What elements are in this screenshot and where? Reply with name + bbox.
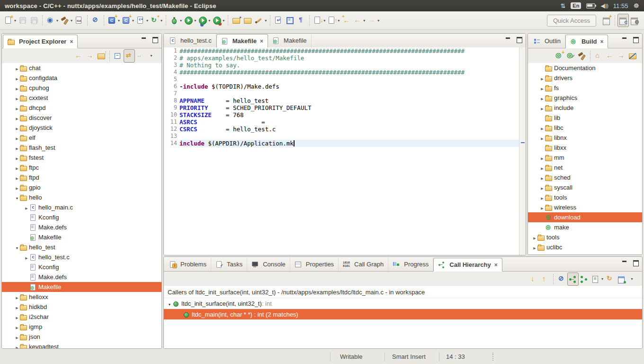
quick-access-button[interactable]: Quick Access <box>547 15 596 27</box>
expand-caret-icon[interactable] <box>167 300 172 307</box>
new-button[interactable] <box>3 14 17 27</box>
build-item-include[interactable]: include <box>528 103 642 113</box>
volume-icon[interactable]: ◀))) <box>600 3 608 9</box>
expand-caret-icon[interactable] <box>14 64 20 72</box>
expand-caret-icon[interactable] <box>14 303 20 310</box>
last-edit-button[interactable] <box>273 14 284 27</box>
edit-target-button[interactable] <box>565 49 576 63</box>
dropdown-caret-icon[interactable] <box>14 18 16 23</box>
show-whitespace-button[interactable] <box>295 14 307 27</box>
expand-caret-icon[interactable] <box>539 204 545 211</box>
binary-parser-button[interactable] <box>73 14 85 27</box>
explorer-item-chat[interactable]: chat <box>2 63 161 73</box>
home-button[interactable] <box>593 49 604 63</box>
expand-caret-icon[interactable] <box>532 234 537 241</box>
build-item-mm[interactable]: mm <box>528 153 642 163</box>
explorer-item-flash-test[interactable]: flash_test <box>2 143 161 153</box>
new-target-button[interactable] <box>554 49 565 63</box>
maximize-button[interactable] <box>632 260 640 266</box>
cancel-search-button[interactable] <box>556 273 567 286</box>
makefile-editor[interactable]: 1 ######################################… <box>164 47 526 255</box>
explorer-item-discover[interactable]: discover <box>2 113 161 123</box>
expand-caret-icon[interactable] <box>14 184 20 191</box>
back-button[interactable] <box>73 49 84 63</box>
build-target-button[interactable] <box>576 49 588 63</box>
explorer-item-hello-makefile[interactable]: Makefile <box>2 232 161 242</box>
tab-progress[interactable]: Progress <box>388 257 433 271</box>
explorer-item-hello-test-makefile[interactable]: Makefile <box>2 282 161 292</box>
network-indicator-icon[interactable]: ⇅ <box>560 2 565 9</box>
block-selection-button[interactable] <box>284 14 295 27</box>
explorer-item-hello-test-make-defs[interactable]: Make.defs <box>2 272 161 282</box>
dropdown-caret-icon[interactable] <box>223 18 224 23</box>
expand-caret-icon[interactable] <box>539 194 545 201</box>
code-line[interactable]: 14 include $(APPDIR)/Application.mk <box>164 140 526 147</box>
build-item-uclibc[interactable]: uclibc <box>528 242 642 252</box>
expand-caret-icon[interactable] <box>14 74 20 82</box>
build-item-documentation[interactable]: Documentation <box>528 63 642 73</box>
save-all-button[interactable] <box>28 14 40 27</box>
maximize-button[interactable] <box>152 36 159 43</box>
build-item-tools-root[interactable]: tools <box>528 232 642 242</box>
explorer-item-igmp[interactable]: igmp <box>2 322 161 332</box>
dropdown-caret-icon[interactable] <box>265 18 267 23</box>
expand-caret-icon[interactable] <box>14 174 20 181</box>
build-item-syscall[interactable]: syscall <box>528 182 642 192</box>
build-item-lib[interactable]: lib <box>528 113 642 123</box>
maximize-button[interactable] <box>516 36 523 43</box>
code-line[interactable]: 10 STACKSIZE = 768 <box>164 111 526 118</box>
expand-caret-icon[interactable] <box>539 74 545 82</box>
explorer-item-hello[interactable]: hello <box>2 192 161 202</box>
tab-makefile-selected[interactable]: Makefile <box>216 34 268 48</box>
forward-button[interactable] <box>616 49 627 63</box>
expand-caret-icon[interactable] <box>14 333 20 340</box>
expand-caret-icon[interactable] <box>14 343 20 348</box>
build-item-wireless[interactable]: wireless <box>528 202 642 212</box>
dropdown-caret-icon[interactable] <box>132 18 134 23</box>
view-menu-button[interactable] <box>627 273 638 286</box>
dropdown-caret-icon[interactable] <box>118 18 120 23</box>
minimize-button[interactable] <box>621 260 628 266</box>
expand-caret-icon[interactable] <box>532 244 537 251</box>
open-folder-button[interactable] <box>242 14 253 27</box>
overview-ruler[interactable] <box>519 47 526 255</box>
build-item-libxx[interactable]: libxx <box>528 143 642 153</box>
expand-caret-icon[interactable] <box>14 134 20 141</box>
view-menu-button[interactable] <box>146 49 158 63</box>
previous-annotation-button[interactable] <box>326 14 340 27</box>
new-c-file-button[interactable] <box>135 14 149 27</box>
session-gear-icon[interactable]: ☸ <box>633 2 639 9</box>
build-item-download[interactable]: download <box>528 212 642 222</box>
last-edit-location-button[interactable] <box>340 14 352 27</box>
tab-call-hierarchy[interactable]: Call Hierarchy <box>433 258 502 272</box>
close-icon[interactable] <box>600 38 603 45</box>
expand-caret-icon[interactable] <box>539 164 545 171</box>
next-annotation-button[interactable] <box>312 14 326 27</box>
dropdown-caret-icon[interactable] <box>56 18 58 23</box>
call-row-ltdc-init-surface[interactable]: ltdc_init_surface(int, uint32_t) : int <box>164 298 642 309</box>
expand-caret-icon[interactable] <box>539 174 545 181</box>
code-line[interactable]: 11 ASRCS = <box>164 118 526 126</box>
expand-caret-icon[interactable] <box>14 244 20 251</box>
explorer-item-i2schar[interactable]: i2schar <box>2 312 161 322</box>
tab-project-explorer[interactable]: Project Explorer <box>3 35 78 48</box>
explorer-item-cpuhog[interactable]: cpuhog <box>2 83 161 93</box>
explorer-item-djoystick[interactable]: djoystick <box>2 123 161 133</box>
expand-caret-icon[interactable] <box>14 164 20 171</box>
expand-caret-icon[interactable] <box>14 154 20 161</box>
build-item-sched[interactable]: sched <box>528 173 642 182</box>
layout-button[interactable] <box>590 273 604 286</box>
code-line[interactable]: 6 -include $(TOPDIR)/Make.defs <box>164 83 526 90</box>
caller-hierarchy-button[interactable] <box>567 273 579 286</box>
tab-problems[interactable]: Problems <box>165 257 211 271</box>
code-line[interactable]: 7 <box>164 90 526 97</box>
minimize-button[interactable] <box>621 36 628 43</box>
forward-button[interactable] <box>84 49 96 63</box>
build-item-drivers[interactable]: drivers <box>528 73 642 83</box>
explorer-item-fstest[interactable]: fstest <box>2 153 161 163</box>
explorer-item-gpio[interactable]: gpio <box>2 182 161 192</box>
dropdown-caret-icon[interactable] <box>338 18 340 23</box>
dropdown-caret-icon[interactable] <box>161 18 162 23</box>
explorer-item-hello-kconfig[interactable]: Kconfig <box>2 212 161 222</box>
profile-button[interactable] <box>211 14 225 27</box>
